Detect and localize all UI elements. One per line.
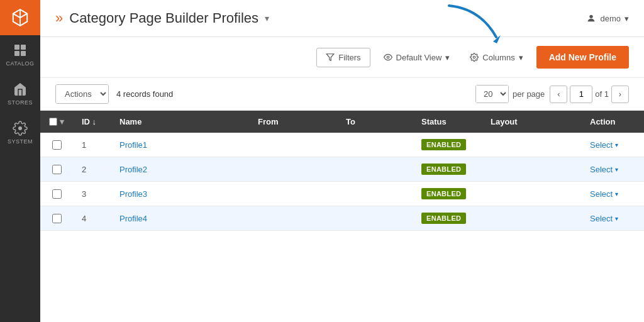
row-checkbox[interactable] — [52, 140, 62, 150]
page-title-icon: » — [55, 10, 63, 26]
row-action: Select ▾ — [581, 133, 644, 157]
row-id: 4 — [73, 206, 111, 231]
columns-button[interactable]: Columns ▾ — [463, 48, 530, 67]
default-view-arrow: ▾ — [445, 53, 450, 62]
table-row: 2 Profile2 ENABLED Select ▾ — [40, 157, 644, 182]
profile-link[interactable]: Profile3 — [119, 189, 147, 199]
row-checkbox[interactable] — [52, 189, 62, 199]
select-all-checkbox[interactable] — [49, 118, 57, 126]
profile-link[interactable]: Profile4 — [119, 214, 147, 223]
row-to — [337, 182, 413, 206]
grid-toolbar-left: Actions 4 records found — [55, 84, 173, 104]
page-title-area: » Category Page Builder Profiles ▾ — [55, 10, 269, 26]
action-dropdown-arrow: ▾ — [615, 142, 618, 148]
table-row: 1 Profile1 ENABLED Select ▾ — [40, 133, 644, 157]
action-select-label: Select — [590, 189, 613, 199]
filters-button[interactable]: Filters — [316, 48, 370, 67]
per-page-select[interactable]: 20 30 50 — [475, 85, 509, 103]
page-number-input[interactable] — [570, 86, 592, 103]
action-select-label: Select — [590, 140, 613, 150]
grid-toolbar: Actions 4 records found 20 30 50 per pag… — [40, 78, 644, 111]
sidebar-logo — [0, 0, 40, 35]
main-content: » Category Page Builder Profiles ▾ demo … — [40, 0, 644, 322]
row-action-button[interactable]: Select ▾ — [590, 214, 618, 223]
profile-link[interactable]: Profile1 — [119, 140, 147, 150]
action-dropdown-arrow: ▾ — [615, 191, 618, 197]
row-status: ENABLED — [413, 206, 482, 231]
title-dropdown-arrow[interactable]: ▾ — [265, 13, 269, 23]
sidebar-item-system[interactable]: SYSTEM — [0, 113, 40, 152]
row-action: Select ▾ — [581, 182, 644, 206]
per-page-label: per page — [513, 89, 545, 99]
status-badge: ENABLED — [421, 164, 466, 175]
per-page-input[interactable]: 20 30 50 — [476, 86, 508, 103]
row-check-cell — [40, 206, 73, 231]
sidebar-item-catalog-label: CATALOG — [6, 60, 34, 67]
col-header-from: From — [249, 111, 337, 133]
add-new-profile-button[interactable]: Add New Profile — [536, 46, 629, 69]
action-dropdown-arrow: ▾ — [615, 166, 618, 173]
row-to — [337, 206, 413, 231]
columns-icon — [470, 53, 479, 62]
row-name: Profile3 — [111, 182, 249, 206]
row-status: ENABLED — [413, 157, 482, 182]
row-to — [337, 157, 413, 182]
columns-arrow: ▾ — [519, 53, 523, 62]
data-table-container: ▾ ID ↓ Name From To Status Layout Action — [40, 111, 644, 322]
user-dropdown-arrow[interactable]: ▾ — [625, 14, 629, 23]
header-check-arrow[interactable]: ▾ — [60, 117, 64, 126]
user-menu[interactable]: demo ▾ — [586, 13, 629, 23]
table-header-row: ▾ ID ↓ Name From To Status Layout Action — [40, 111, 644, 133]
per-page-area: 20 30 50 per page — [475, 85, 545, 103]
row-check-cell — [40, 133, 73, 157]
default-view-button[interactable]: Default View ▾ — [377, 48, 457, 67]
row-layout — [482, 206, 581, 231]
row-checkbox[interactable] — [52, 165, 62, 174]
row-layout — [482, 157, 581, 182]
row-action-button[interactable]: Select ▾ — [590, 140, 618, 150]
svg-point-4 — [18, 126, 22, 130]
profile-link[interactable]: Profile2 — [119, 165, 147, 174]
row-action-button[interactable]: Select ▾ — [590, 189, 618, 199]
status-badge: ENABLED — [421, 188, 466, 199]
actions-dropdown[interactable]: Actions — [55, 84, 109, 104]
eye-icon — [384, 53, 392, 62]
row-name: Profile1 — [111, 133, 249, 157]
columns-label: Columns — [482, 53, 514, 62]
svg-rect-1 — [21, 45, 26, 50]
row-checkbox[interactable] — [52, 214, 62, 223]
svg-marker-7 — [326, 54, 334, 61]
row-check-cell — [40, 182, 73, 206]
action-dropdown-arrow: ▾ — [615, 215, 618, 222]
row-status: ENABLED — [413, 182, 482, 206]
prev-page-button[interactable]: ‹ — [550, 86, 567, 103]
sidebar: CATALOG STORES SYSTEM — [0, 0, 40, 322]
user-icon — [586, 13, 596, 23]
filters-label: Filters — [338, 53, 360, 62]
actions-select-input[interactable]: Actions — [56, 85, 108, 103]
row-action-button[interactable]: Select ▾ — [590, 165, 618, 174]
col-header-name: Name — [111, 111, 249, 133]
col-header-action: Action — [581, 111, 644, 133]
user-name: demo — [600, 14, 621, 23]
default-view-label: Default View — [396, 53, 442, 62]
col-header-status: Status — [413, 111, 482, 133]
col-header-check: ▾ — [40, 111, 73, 133]
col-header-id[interactable]: ID ↓ — [73, 111, 111, 133]
sidebar-item-stores[interactable]: STORES — [0, 74, 40, 113]
row-name: Profile2 — [111, 157, 249, 182]
row-id: 1 — [73, 133, 111, 157]
row-from — [249, 206, 337, 231]
row-action: Select ▾ — [581, 157, 644, 182]
sidebar-item-system-label: SYSTEM — [8, 138, 33, 145]
status-badge: ENABLED — [421, 139, 466, 150]
filter-icon — [326, 53, 335, 62]
row-status: ENABLED — [413, 133, 482, 157]
sidebar-item-catalog[interactable]: CATALOG — [0, 35, 40, 74]
action-select-label: Select — [590, 165, 613, 174]
row-from — [249, 157, 337, 182]
row-to — [337, 133, 413, 157]
pagination: ‹ of 1 › — [550, 86, 629, 103]
page-of-label: of 1 — [595, 89, 609, 99]
next-page-button[interactable]: › — [611, 86, 629, 103]
